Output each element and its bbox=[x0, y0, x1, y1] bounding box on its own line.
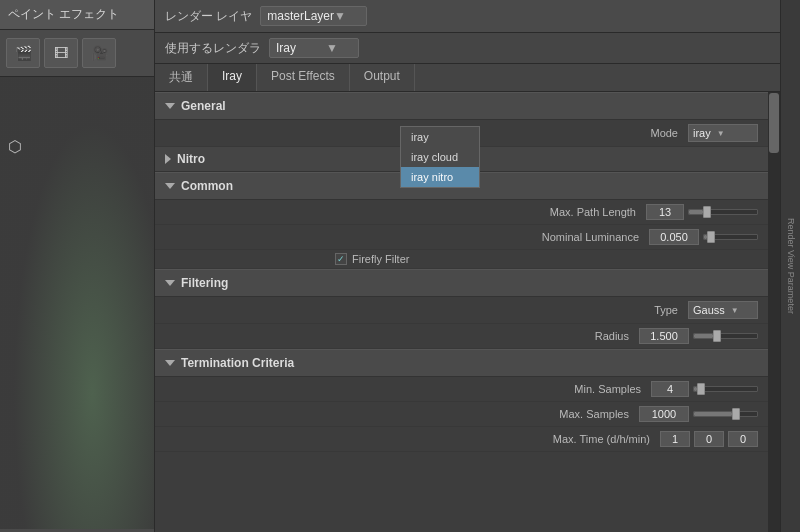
tabs: 共通 Iray Post Effects Output bbox=[155, 64, 780, 92]
filtering-triangle bbox=[165, 280, 175, 286]
nominal-luminance-label: Nominal Luminance bbox=[185, 231, 649, 243]
general-section-header[interactable]: General bbox=[155, 92, 768, 120]
mode-row: Mode iray ▼ iray iray cloud iray nitro bbox=[155, 120, 768, 147]
properties-area: General Mode iray ▼ iray iray cloud iray… bbox=[155, 92, 780, 532]
max-samples-value bbox=[639, 406, 758, 422]
type-label: Type bbox=[185, 304, 688, 316]
termination-title: Termination Criteria bbox=[181, 356, 294, 370]
radius-value bbox=[639, 328, 758, 344]
max-time-label: Max. Time (d/h/min) bbox=[185, 433, 660, 445]
radius-label: Radius bbox=[185, 330, 639, 342]
max-path-label: Max. Path Length bbox=[185, 206, 646, 218]
share-icon: ⬡ bbox=[8, 137, 22, 156]
max-samples-input[interactable] bbox=[639, 406, 689, 422]
max-path-length-row: Max. Path Length bbox=[155, 200, 768, 225]
right-sidebar: Render View Parameter bbox=[780, 0, 800, 532]
tab-output[interactable]: Output bbox=[350, 64, 415, 91]
mode-arrow: ▼ bbox=[717, 129, 725, 138]
option-iray-nitro[interactable]: iray nitro bbox=[401, 167, 479, 187]
max-time-value bbox=[660, 431, 758, 447]
renderer-label: 使用するレンダラ bbox=[165, 40, 261, 57]
tab-common[interactable]: 共通 bbox=[155, 64, 208, 91]
min-samples-label: Min. Samples bbox=[185, 383, 651, 395]
main-panel: レンダー レイヤ masterLayer ▼ 使用するレンダラ Iray ▼ 共… bbox=[155, 0, 780, 532]
prop-content: General Mode iray ▼ iray iray cloud iray… bbox=[155, 92, 780, 452]
filtering-section-header[interactable]: Filtering bbox=[155, 269, 768, 297]
tab-iray[interactable]: Iray bbox=[208, 64, 257, 91]
top-bar: レンダー レイヤ masterLayer ▼ bbox=[155, 0, 780, 33]
tab-post-effects[interactable]: Post Effects bbox=[257, 64, 350, 91]
type-row: Type Gauss ▼ bbox=[155, 297, 768, 324]
max-path-slider[interactable] bbox=[688, 209, 758, 215]
max-samples-slider[interactable] bbox=[693, 411, 758, 417]
icon-box-1[interactable]: 🎬 bbox=[6, 38, 40, 68]
common-title: Common bbox=[181, 179, 233, 193]
left-panel-title: ペイント エフェクト bbox=[0, 0, 154, 30]
max-time-input2[interactable] bbox=[694, 431, 724, 447]
min-samples-value bbox=[651, 381, 758, 397]
max-samples-label: Max. Samples bbox=[185, 408, 639, 420]
nitro-title: Nitro bbox=[177, 152, 205, 166]
nominal-luminance-row: Nominal Luminance bbox=[155, 225, 768, 250]
min-samples-slider[interactable] bbox=[693, 386, 758, 392]
icon-box-3[interactable]: 🎥 bbox=[82, 38, 116, 68]
scrollbar-thumb[interactable] bbox=[769, 93, 779, 153]
type-value: Gauss ▼ bbox=[688, 301, 758, 319]
max-path-input[interactable] bbox=[646, 204, 684, 220]
firefly-label: Firefly Filter bbox=[352, 253, 409, 265]
layer-label: レンダー レイヤ bbox=[165, 8, 252, 25]
common-triangle bbox=[165, 183, 175, 189]
termination-section-header[interactable]: Termination Criteria bbox=[155, 349, 768, 377]
option-iray[interactable]: iray bbox=[401, 127, 479, 147]
radius-row: Radius bbox=[155, 324, 768, 349]
type-dropdown[interactable]: Gauss ▼ bbox=[688, 301, 758, 319]
left-panel-bg bbox=[0, 77, 154, 529]
firefly-filter-row: ✓ Firefly Filter bbox=[155, 250, 768, 269]
renderer-select[interactable]: Iray ▼ bbox=[269, 38, 359, 58]
termination-triangle bbox=[165, 360, 175, 366]
max-samples-row: Max. Samples bbox=[155, 402, 768, 427]
renderer-arrow: ▼ bbox=[326, 41, 338, 55]
mode-value: iray ▼ bbox=[688, 124, 758, 142]
option-iray-cloud[interactable]: iray cloud bbox=[401, 147, 479, 167]
max-path-value bbox=[646, 204, 758, 220]
left-panel-content: ⬡ bbox=[0, 77, 154, 529]
general-title: General bbox=[181, 99, 226, 113]
nominal-luminance-slider[interactable] bbox=[703, 234, 758, 240]
mode-dropdown[interactable]: iray ▼ bbox=[688, 124, 758, 142]
max-time-row: Max. Time (d/h/min) bbox=[155, 427, 768, 452]
max-time-input1[interactable] bbox=[660, 431, 690, 447]
left-panel: ペイント エフェクト 🎬 🎞 🎥 ⬡ bbox=[0, 0, 155, 532]
renderer-row: 使用するレンダラ Iray ▼ bbox=[155, 33, 780, 64]
radius-input[interactable] bbox=[639, 328, 689, 344]
min-samples-row: Min. Samples bbox=[155, 377, 768, 402]
filtering-title: Filtering bbox=[181, 276, 228, 290]
mode-dropdown-popup: iray iray cloud iray nitro bbox=[400, 126, 480, 188]
layer-select[interactable]: masterLayer ▼ bbox=[260, 6, 367, 26]
type-arrow: ▼ bbox=[731, 306, 739, 315]
layer-select-arrow: ▼ bbox=[334, 9, 346, 23]
firefly-checkbox[interactable]: ✓ bbox=[335, 253, 347, 265]
scrollbar[interactable] bbox=[768, 92, 780, 532]
general-triangle bbox=[165, 103, 175, 109]
radius-slider[interactable] bbox=[693, 333, 758, 339]
left-panel-icons: 🎬 🎞 🎥 bbox=[0, 30, 154, 77]
right-sidebar-text: Render View Parameter bbox=[786, 218, 796, 314]
icon-box-2[interactable]: 🎞 bbox=[44, 38, 78, 68]
nominal-luminance-input[interactable] bbox=[649, 229, 699, 245]
min-samples-input[interactable] bbox=[651, 381, 689, 397]
nominal-luminance-value bbox=[649, 229, 758, 245]
max-time-input3[interactable] bbox=[728, 431, 758, 447]
nitro-triangle bbox=[165, 154, 171, 164]
